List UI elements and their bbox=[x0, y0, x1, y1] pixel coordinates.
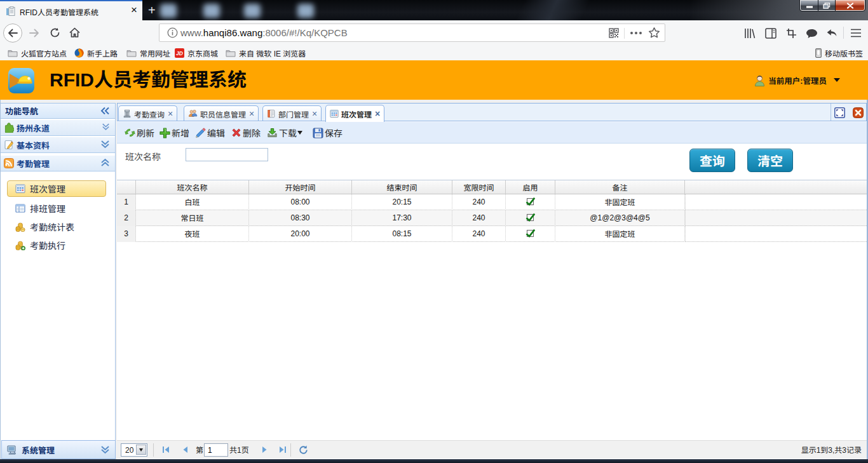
svg-text:JD: JD bbox=[176, 50, 183, 57]
